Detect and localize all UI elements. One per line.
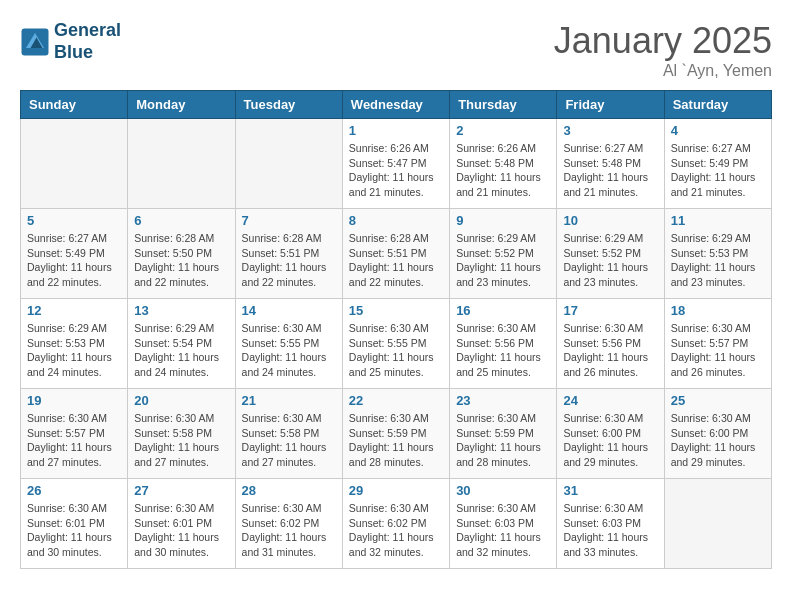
header-sunday: Sunday — [21, 91, 128, 119]
calendar-cell — [21, 119, 128, 209]
day-info: Sunrise: 6:29 AMSunset: 5:52 PMDaylight:… — [563, 231, 657, 290]
location: Al `Ayn, Yemen — [554, 62, 772, 80]
calendar-cell: 22Sunrise: 6:30 AMSunset: 5:59 PMDayligh… — [342, 389, 449, 479]
day-info: Sunrise: 6:30 AMSunset: 5:59 PMDaylight:… — [349, 411, 443, 470]
logo-line1: General — [54, 20, 121, 42]
day-info: Sunrise: 6:30 AMSunset: 5:57 PMDaylight:… — [671, 321, 765, 380]
day-info: Sunrise: 6:29 AMSunset: 5:53 PMDaylight:… — [671, 231, 765, 290]
logo-text: General Blue — [54, 20, 121, 63]
day-number: 27 — [134, 483, 228, 498]
header-wednesday: Wednesday — [342, 91, 449, 119]
header-row: SundayMondayTuesdayWednesdayThursdayFrid… — [21, 91, 772, 119]
calendar-cell: 29Sunrise: 6:30 AMSunset: 6:02 PMDayligh… — [342, 479, 449, 569]
day-info: Sunrise: 6:30 AMSunset: 6:03 PMDaylight:… — [563, 501, 657, 560]
day-info: Sunrise: 6:30 AMSunset: 5:58 PMDaylight:… — [242, 411, 336, 470]
calendar-cell: 28Sunrise: 6:30 AMSunset: 6:02 PMDayligh… — [235, 479, 342, 569]
day-info: Sunrise: 6:30 AMSunset: 6:01 PMDaylight:… — [27, 501, 121, 560]
calendar-cell: 7Sunrise: 6:28 AMSunset: 5:51 PMDaylight… — [235, 209, 342, 299]
day-number: 13 — [134, 303, 228, 318]
day-number: 21 — [242, 393, 336, 408]
calendar-cell: 4Sunrise: 6:27 AMSunset: 5:49 PMDaylight… — [664, 119, 771, 209]
day-info: Sunrise: 6:28 AMSunset: 5:51 PMDaylight:… — [242, 231, 336, 290]
day-info: Sunrise: 6:30 AMSunset: 5:58 PMDaylight:… — [134, 411, 228, 470]
day-number: 7 — [242, 213, 336, 228]
day-info: Sunrise: 6:28 AMSunset: 5:50 PMDaylight:… — [134, 231, 228, 290]
calendar-cell: 8Sunrise: 6:28 AMSunset: 5:51 PMDaylight… — [342, 209, 449, 299]
header-monday: Monday — [128, 91, 235, 119]
day-info: Sunrise: 6:27 AMSunset: 5:49 PMDaylight:… — [671, 141, 765, 200]
calendar-cell: 5Sunrise: 6:27 AMSunset: 5:49 PMDaylight… — [21, 209, 128, 299]
day-info: Sunrise: 6:30 AMSunset: 5:56 PMDaylight:… — [456, 321, 550, 380]
day-info: Sunrise: 6:29 AMSunset: 5:54 PMDaylight:… — [134, 321, 228, 380]
day-info: Sunrise: 6:30 AMSunset: 6:02 PMDaylight:… — [242, 501, 336, 560]
day-info: Sunrise: 6:29 AMSunset: 5:53 PMDaylight:… — [27, 321, 121, 380]
day-info: Sunrise: 6:26 AMSunset: 5:47 PMDaylight:… — [349, 141, 443, 200]
day-number: 8 — [349, 213, 443, 228]
day-number: 6 — [134, 213, 228, 228]
day-info: Sunrise: 6:30 AMSunset: 6:03 PMDaylight:… — [456, 501, 550, 560]
month-title: January 2025 — [554, 20, 772, 62]
day-number: 16 — [456, 303, 550, 318]
day-number: 24 — [563, 393, 657, 408]
calendar-cell: 25Sunrise: 6:30 AMSunset: 6:00 PMDayligh… — [664, 389, 771, 479]
week-row-3: 12Sunrise: 6:29 AMSunset: 5:53 PMDayligh… — [21, 299, 772, 389]
calendar-cell: 14Sunrise: 6:30 AMSunset: 5:55 PMDayligh… — [235, 299, 342, 389]
calendar-cell: 18Sunrise: 6:30 AMSunset: 5:57 PMDayligh… — [664, 299, 771, 389]
day-info: Sunrise: 6:29 AMSunset: 5:52 PMDaylight:… — [456, 231, 550, 290]
day-number: 28 — [242, 483, 336, 498]
day-info: Sunrise: 6:30 AMSunset: 5:57 PMDaylight:… — [27, 411, 121, 470]
day-number: 17 — [563, 303, 657, 318]
calendar-cell — [128, 119, 235, 209]
day-number: 10 — [563, 213, 657, 228]
day-info: Sunrise: 6:26 AMSunset: 5:48 PMDaylight:… — [456, 141, 550, 200]
week-row-4: 19Sunrise: 6:30 AMSunset: 5:57 PMDayligh… — [21, 389, 772, 479]
calendar-cell: 12Sunrise: 6:29 AMSunset: 5:53 PMDayligh… — [21, 299, 128, 389]
day-info: Sunrise: 6:30 AMSunset: 5:55 PMDaylight:… — [349, 321, 443, 380]
calendar-cell: 31Sunrise: 6:30 AMSunset: 6:03 PMDayligh… — [557, 479, 664, 569]
calendar-cell — [235, 119, 342, 209]
week-row-2: 5Sunrise: 6:27 AMSunset: 5:49 PMDaylight… — [21, 209, 772, 299]
day-number: 3 — [563, 123, 657, 138]
day-number: 18 — [671, 303, 765, 318]
logo: General Blue — [20, 20, 121, 63]
day-number: 30 — [456, 483, 550, 498]
logo-line2: Blue — [54, 42, 121, 64]
calendar-cell: 16Sunrise: 6:30 AMSunset: 5:56 PMDayligh… — [450, 299, 557, 389]
calendar-table: SundayMondayTuesdayWednesdayThursdayFrid… — [20, 90, 772, 569]
day-info: Sunrise: 6:30 AMSunset: 6:01 PMDaylight:… — [134, 501, 228, 560]
day-info: Sunrise: 6:30 AMSunset: 6:00 PMDaylight:… — [563, 411, 657, 470]
day-info: Sunrise: 6:28 AMSunset: 5:51 PMDaylight:… — [349, 231, 443, 290]
day-info: Sunrise: 6:27 AMSunset: 5:48 PMDaylight:… — [563, 141, 657, 200]
calendar-cell: 10Sunrise: 6:29 AMSunset: 5:52 PMDayligh… — [557, 209, 664, 299]
calendar-cell: 23Sunrise: 6:30 AMSunset: 5:59 PMDayligh… — [450, 389, 557, 479]
calendar-cell: 3Sunrise: 6:27 AMSunset: 5:48 PMDaylight… — [557, 119, 664, 209]
week-row-1: 1Sunrise: 6:26 AMSunset: 5:47 PMDaylight… — [21, 119, 772, 209]
day-number: 14 — [242, 303, 336, 318]
day-info: Sunrise: 6:30 AMSunset: 5:56 PMDaylight:… — [563, 321, 657, 380]
week-row-5: 26Sunrise: 6:30 AMSunset: 6:01 PMDayligh… — [21, 479, 772, 569]
day-number: 19 — [27, 393, 121, 408]
calendar-cell: 15Sunrise: 6:30 AMSunset: 5:55 PMDayligh… — [342, 299, 449, 389]
calendar-cell: 2Sunrise: 6:26 AMSunset: 5:48 PMDaylight… — [450, 119, 557, 209]
day-number: 25 — [671, 393, 765, 408]
calendar-cell: 9Sunrise: 6:29 AMSunset: 5:52 PMDaylight… — [450, 209, 557, 299]
day-number: 26 — [27, 483, 121, 498]
calendar-cell: 20Sunrise: 6:30 AMSunset: 5:58 PMDayligh… — [128, 389, 235, 479]
day-number: 11 — [671, 213, 765, 228]
calendar-cell: 24Sunrise: 6:30 AMSunset: 6:00 PMDayligh… — [557, 389, 664, 479]
header-thursday: Thursday — [450, 91, 557, 119]
calendar-cell — [664, 479, 771, 569]
day-number: 22 — [349, 393, 443, 408]
day-number: 1 — [349, 123, 443, 138]
day-info: Sunrise: 6:27 AMSunset: 5:49 PMDaylight:… — [27, 231, 121, 290]
day-info: Sunrise: 6:30 AMSunset: 6:00 PMDaylight:… — [671, 411, 765, 470]
logo-icon — [20, 27, 50, 57]
day-info: Sunrise: 6:30 AMSunset: 5:59 PMDaylight:… — [456, 411, 550, 470]
calendar-cell: 13Sunrise: 6:29 AMSunset: 5:54 PMDayligh… — [128, 299, 235, 389]
calendar-cell: 1Sunrise: 6:26 AMSunset: 5:47 PMDaylight… — [342, 119, 449, 209]
day-number: 20 — [134, 393, 228, 408]
header-tuesday: Tuesday — [235, 91, 342, 119]
title-block: January 2025 Al `Ayn, Yemen — [554, 20, 772, 80]
day-info: Sunrise: 6:30 AMSunset: 6:02 PMDaylight:… — [349, 501, 443, 560]
day-number: 23 — [456, 393, 550, 408]
